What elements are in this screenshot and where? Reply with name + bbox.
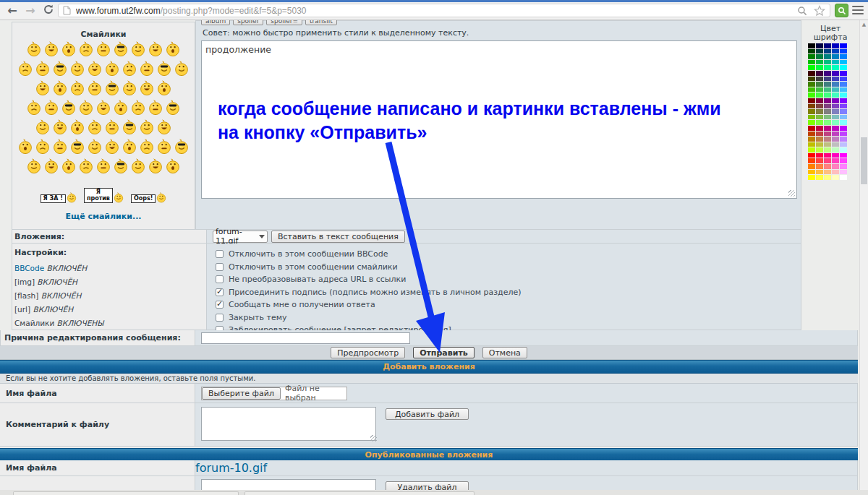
palette-color-swatch[interactable]	[808, 77, 815, 82]
palette-color-swatch[interactable]	[840, 77, 847, 82]
palette-color-swatch[interactable]	[824, 77, 831, 82]
palette-color-swatch[interactable]	[832, 43, 839, 48]
palette-color-swatch[interactable]	[808, 82, 815, 87]
smiley-icon[interactable]	[96, 100, 111, 116]
palette-color-swatch[interactable]	[832, 137, 839, 142]
palette-color-swatch[interactable]	[824, 147, 831, 152]
smiley-icon[interactable]	[174, 61, 189, 77]
palette-color-swatch[interactable]	[816, 132, 823, 137]
extension-button[interactable]	[835, 4, 848, 17]
palette-color-swatch[interactable]	[816, 54, 823, 59]
palette-color-swatch[interactable]	[824, 126, 831, 131]
palette-color-swatch[interactable]	[808, 142, 815, 147]
smiley-icon[interactable]	[122, 61, 137, 77]
checkbox-unchecked[interactable]	[216, 275, 224, 283]
palette-color-swatch[interactable]	[840, 92, 847, 98]
palette-color-swatch[interactable]	[808, 65, 815, 70]
palette-color-swatch[interactable]	[832, 87, 839, 92]
palette-color-swatch[interactable]	[816, 120, 823, 125]
smiley-icon[interactable]	[61, 158, 76, 174]
palette-color-swatch[interactable]	[808, 164, 815, 169]
palette-color-swatch[interactable]	[832, 170, 839, 175]
smiley-icon[interactable]	[44, 41, 59, 57]
checkbox-unchecked[interactable]	[216, 263, 224, 271]
palette-color-swatch[interactable]	[808, 126, 815, 131]
smiley-icon[interactable]	[131, 158, 145, 174]
smiley-icon[interactable]	[157, 119, 171, 135]
smiley-icon[interactable]	[148, 158, 163, 174]
palette-color-swatch[interactable]	[832, 54, 839, 59]
palette-color-swatch[interactable]	[832, 153, 839, 158]
smiley-icon[interactable]	[35, 119, 50, 135]
smiley-icon[interactable]	[35, 80, 50, 96]
smiley-icon[interactable]	[140, 119, 154, 135]
palette-color-swatch[interactable]	[832, 147, 839, 152]
palette-color-swatch[interactable]	[832, 92, 839, 98]
smiley-icon[interactable]	[122, 119, 137, 135]
palette-color-swatch[interactable]	[824, 170, 831, 175]
smiley-icon[interactable]	[88, 61, 102, 77]
file-input[interactable]: Выберите файл Файл не выбран	[201, 387, 347, 400]
smiley-icon[interactable]	[79, 100, 93, 116]
palette-color-swatch[interactable]	[840, 153, 847, 158]
smiley-icon[interactable]	[35, 61, 50, 77]
smiley-icon[interactable]	[79, 41, 93, 57]
palette-color-swatch[interactable]	[824, 54, 831, 59]
smiley-icon[interactable]	[96, 158, 111, 174]
palette-color-swatch[interactable]	[816, 164, 823, 169]
palette-color-swatch[interactable]	[832, 158, 839, 163]
palette-color-swatch[interactable]	[808, 92, 815, 98]
smiley-icon[interactable]	[53, 80, 67, 96]
palette-color-swatch[interactable]	[808, 153, 815, 158]
palette-color-swatch[interactable]	[840, 170, 847, 175]
preview-button[interactable]: Предпросмотр	[331, 347, 405, 358]
palette-color-swatch[interactable]	[824, 43, 831, 48]
palette-color-swatch[interactable]	[816, 109, 823, 114]
smiley-icon[interactable]	[70, 139, 85, 155]
cancel-button[interactable]: Отмена	[482, 347, 527, 358]
palette-color-swatch[interactable]	[824, 49, 831, 54]
palette-color-swatch[interactable]	[840, 104, 847, 109]
smiley-icon[interactable]	[131, 100, 145, 116]
palette-color-swatch[interactable]	[808, 87, 815, 92]
smiley-icon[interactable]	[140, 80, 154, 96]
smiley-icon[interactable]	[114, 158, 128, 174]
palette-color-swatch[interactable]	[824, 87, 831, 92]
palette-color-swatch[interactable]	[840, 49, 847, 54]
palette-color-swatch[interactable]	[816, 98, 823, 103]
sign-smiley-icon[interactable]: Я ЗА !	[41, 192, 77, 203]
palette-color-swatch[interactable]	[816, 104, 823, 109]
smiley-icon[interactable]	[44, 100, 59, 116]
address-bar[interactable]: www.forum.ut2fw.com/posting.php?mode=edi…	[58, 4, 830, 17]
palette-color-swatch[interactable]	[840, 158, 847, 163]
smiley-icon[interactable]	[35, 139, 50, 155]
palette-color-swatch[interactable]	[816, 43, 823, 48]
checkbox-unchecked[interactable]	[216, 250, 224, 258]
palette-color-swatch[interactable]	[824, 98, 831, 103]
palette-color-swatch[interactable]	[832, 120, 839, 125]
back-button[interactable]: ←	[4, 4, 20, 18]
palette-color-swatch[interactable]	[832, 115, 839, 120]
palette-color-swatch[interactable]	[824, 153, 831, 158]
palette-color-swatch[interactable]	[808, 54, 815, 59]
smiley-icon[interactable]	[122, 80, 137, 96]
smiley-icon[interactable]	[114, 41, 128, 57]
palette-color-swatch[interactable]	[824, 60, 831, 65]
palette-color-swatch[interactable]	[832, 142, 839, 147]
palette-color-swatch[interactable]	[816, 158, 823, 163]
palette-color-swatch[interactable]	[832, 104, 839, 109]
palette-color-swatch[interactable]	[824, 65, 831, 70]
smiley-icon[interactable]	[140, 139, 154, 155]
palette-color-swatch[interactable]	[808, 120, 815, 125]
sign-smiley-icon[interactable]: Я против	[84, 188, 124, 203]
smiley-icon[interactable]	[67, 192, 77, 203]
palette-color-swatch[interactable]	[816, 142, 823, 147]
palette-color-swatch[interactable]	[816, 82, 823, 87]
palette-color-swatch[interactable]	[816, 126, 823, 131]
browser-menu-icon[interactable]	[852, 5, 864, 15]
smiley-icon[interactable]	[122, 139, 137, 155]
palette-color-swatch[interactable]	[816, 77, 823, 82]
smiley-icon[interactable]	[166, 41, 180, 57]
palette-color-swatch[interactable]	[832, 126, 839, 131]
smiley-icon[interactable]	[174, 139, 189, 155]
